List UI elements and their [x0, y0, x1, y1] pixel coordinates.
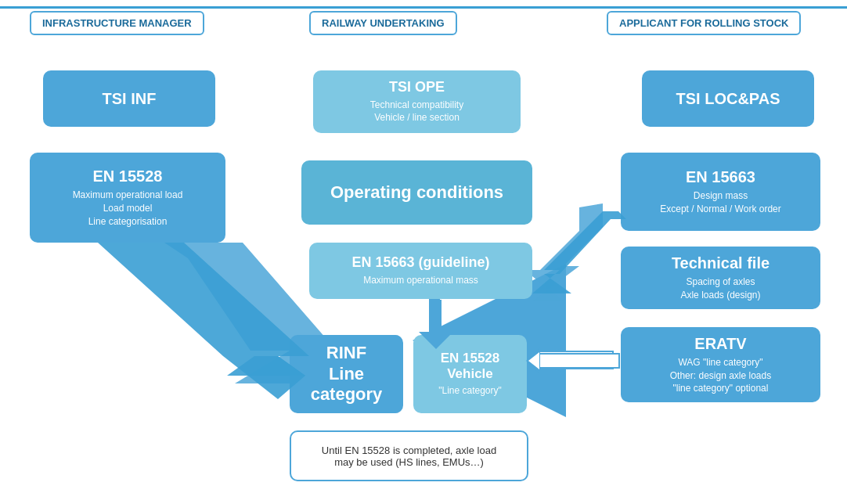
tsi-ope-box: TSI OPE Technical compatibility Vehicle …	[313, 70, 521, 133]
diagram: INFRASTRUCTURE MANAGER RAILWAY UNDERTAKI…	[0, 0, 847, 504]
svg-marker-5	[524, 203, 603, 301]
svg-marker-9	[98, 243, 309, 376]
footnote-box: Until EN 15528 is completed, axle load m…	[290, 430, 528, 481]
top-border	[0, 6, 847, 9]
arrow-shaft-down	[431, 300, 442, 333]
technical-file-box: Technical file Spacing of axles Axle loa…	[621, 247, 820, 309]
svg-marker-11	[532, 211, 626, 293]
en15663-guideline-box: EN 15663 (guideline) Maximum operational…	[309, 243, 532, 299]
tsi-inf-box: TSI INF	[43, 70, 215, 127]
en15663-box: EN 15663 Design mass Except / Normal / W…	[621, 153, 820, 231]
infra-manager-header: INFRASTRUCTURE MANAGER	[30, 11, 204, 35]
eratv-box: ERATV WAG "line category" Other: design …	[621, 327, 820, 402]
operating-conditions-box: Operating conditions	[301, 160, 532, 225]
en15528-box: EN 15528 Maximum operational load Load m…	[30, 153, 225, 243]
applicant-header: APPLICANT FOR ROLLING STOCK	[607, 11, 801, 35]
white-arrow-body	[536, 353, 620, 369]
arrow-head-down	[419, 332, 453, 349]
white-arrow-head-inner	[528, 352, 539, 369]
tsi-locpas-box: TSI LOC&PAS	[642, 70, 814, 127]
railway-header: RAILWAY UNDERTAKING	[309, 11, 457, 35]
rinf-box: RINF Line category	[290, 335, 403, 413]
